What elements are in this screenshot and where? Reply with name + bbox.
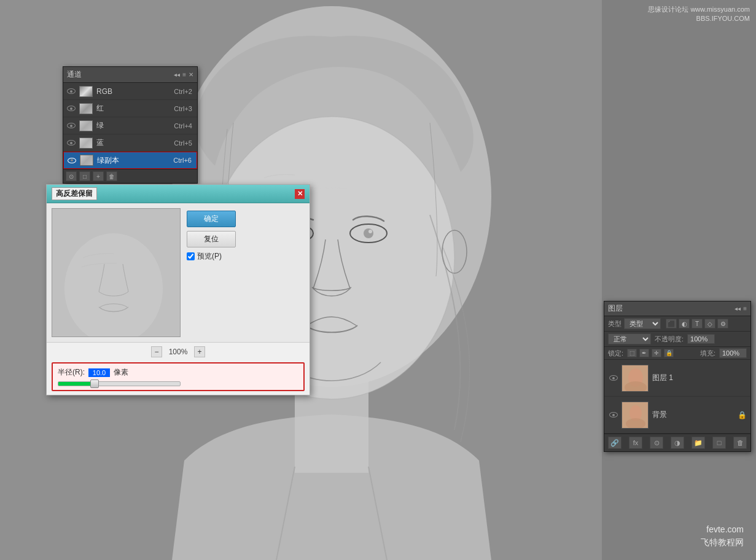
filter-smart-btn[interactable]: ⚙ [717,319,728,329]
layers-panel: 图层 ◂◂ ≡ 类型 类型 ⬛ ◐ T ◇ ⚙ 正常 不透明度: 100% 锁定… [604,301,751,452]
delete-layer-btn[interactable]: 🗑 [733,437,747,449]
lock-paint-btn[interactable]: ✒ [639,349,649,357]
channel-eye-red[interactable] [66,103,77,114]
layer-bg-visibility[interactable] [608,412,619,418]
fill-value[interactable]: 100% [719,348,747,358]
opacity-label: 不透明度: [655,335,684,344]
dotted-circle-btn[interactable]: ⊙ [66,171,77,181]
eye-icon-blue [67,140,76,146]
filter-shape-btn[interactable]: ◇ [704,319,715,329]
lock-label: 锁定: [608,349,623,358]
dialog-close-btn[interactable]: ✕ [295,189,305,199]
channel-eye-green[interactable] [66,120,77,131]
link-layers-btn[interactable]: 🔗 [608,437,622,449]
new-adjustment-btn[interactable]: ◑ [671,437,684,449]
eye-icon-green [67,123,76,128]
channel-row-blue[interactable]: 蓝 Ctrl+5 [63,134,197,152]
filter-adjust-btn[interactable]: ◐ [679,319,690,329]
close-panel-btn[interactable]: ✕ [189,71,193,78]
radius-row: 半径(R): 10.0 像素 [58,367,298,378]
channel-row-red[interactable]: 红 Ctrl+3 [63,100,197,117]
channel-name-green: 绿 [96,120,174,131]
channel-row-green[interactable]: 绿 Ctrl+4 [63,117,197,134]
panel-menu-btn[interactable]: ≡ [182,71,186,78]
layer-row-background[interactable]: 背景 🔒 [604,397,750,434]
layers-panel-bottom: 🔗 fx ⊙ ◑ 📁 □ 🗑 [604,434,750,451]
channel-eye-blue[interactable] [66,138,77,149]
filter-pixel-btn[interactable]: ⬛ [666,319,677,329]
radius-slider[interactable] [58,381,181,386]
layer-bg-eye [609,412,618,418]
lock-row: 锁定: ⬚ ✒ ✛ 🔒 填充: 100% [604,347,750,360]
blend-mode-dropdown[interactable]: 正常 [608,333,651,344]
save-channel-btn[interactable]: □ [79,171,90,181]
channel-shortcut-blue: Ctrl+5 [174,139,192,147]
preview-checkbox[interactable]: 预览(P) [187,251,236,262]
collapse-btn[interactable]: ◂◂ [174,71,180,78]
lock-pixels-btn[interactable]: ⬚ [627,349,637,357]
delete-channel-btn[interactable]: 🗑 [106,171,117,181]
fill-label: 填充: [700,349,715,358]
slider-thumb[interactable] [90,379,99,388]
panel-controls: ◂◂ ≡ ✕ [174,71,193,78]
fx-btn[interactable]: fx [629,437,642,449]
channel-thumb-blue [79,138,93,149]
channels-panel: 通道 ◂◂ ≡ ✕ RGB Ctrl+2 红 Ctrl+3 [63,66,198,184]
new-channel-btn[interactable]: + [93,171,104,181]
layer-bg-name: 背景 [652,410,738,420]
highpass-dialog: 高反差保留 ✕ 确定 [46,184,310,395]
reset-btn[interactable]: 复位 [187,231,236,247]
channel-name-green-copy: 绿副本 [97,155,173,166]
channel-thumb-red [79,103,93,114]
channel-row-green-copy[interactable]: 绿副本 Ctrl+6 [63,152,197,169]
dialog-preview-image [52,209,180,336]
radius-value[interactable]: 10.0 [88,368,110,377]
lock-all-btn[interactable]: 🔒 [664,349,674,357]
channels-panel-bottom: ⊙ □ + 🗑 [63,169,197,183]
eye-icon-green-copy [68,158,76,163]
channel-name-blue: 蓝 [96,138,174,148]
filter-text-btn[interactable]: T [692,319,703,329]
radius-label: 半径(R): [58,367,85,378]
layers-collapse-btn[interactable]: ◂◂ [735,305,741,312]
dialog-footer: − 100% + 半径(R): 10.0 像素 [47,342,310,395]
layers-panel-controls: ◂◂ ≡ [735,305,747,312]
channels-panel-title: 通道 [67,69,82,80]
preview-label: 预览(P) [197,251,222,262]
channel-name-rgb: RGB [96,87,174,96]
layer-row-1[interactable]: 图层 1 [604,360,750,397]
layer-1-eye [609,375,618,381]
layer-1-visibility[interactable] [608,375,619,381]
zoom-control: − 100% + [52,346,305,357]
radius-control: 半径(R): 10.0 像素 [52,362,305,391]
eye-icon-rgb [67,88,76,94]
zoom-out-btn[interactable]: − [151,346,162,357]
eye-icon-red [67,106,76,111]
channel-thumb-green-copy [80,155,93,166]
channel-eye-green-copy[interactable] [66,155,77,166]
filter-dropdown[interactable]: 类型 [624,318,661,329]
new-mask-btn[interactable]: ⊙ [650,437,663,449]
preview-check-input[interactable] [187,252,195,260]
channel-shortcut-green: Ctrl+4 [174,122,192,130]
layer-bg-thumb [622,402,649,429]
layers-panel-title: 图层 [608,303,623,314]
layer-1-name: 图层 1 [652,373,747,383]
lock-move-btn[interactable]: ✛ [652,349,661,357]
layer-bg-lock-icon: 🔒 [738,411,747,419]
watermark-bottom-line2: 飞特教程网 [701,536,744,549]
channel-row-rgb[interactable]: RGB Ctrl+2 [63,83,197,100]
filter-label: 类型 [608,319,622,329]
layers-menu-btn[interactable]: ≡ [743,305,747,312]
confirm-btn[interactable]: 确定 [187,211,236,227]
watermark-top: 思缘设计论坛 www.missyuan.com BBS.IFYOU.COM [648,5,750,24]
zoom-in-btn[interactable]: + [194,346,205,357]
channel-thumb-rgb [79,86,93,97]
dialog-header: 高反差保留 ✕ [47,185,310,203]
opacity-value[interactable]: 100% [687,334,715,344]
channel-eye-rgb[interactable] [66,86,77,97]
new-layer-btn[interactable]: □ [712,437,726,449]
dialog-title: 高反差保留 [52,187,97,200]
lock-icons: ⬚ ✒ ✛ 🔒 [627,349,674,357]
new-group-btn[interactable]: 📁 [692,437,705,449]
